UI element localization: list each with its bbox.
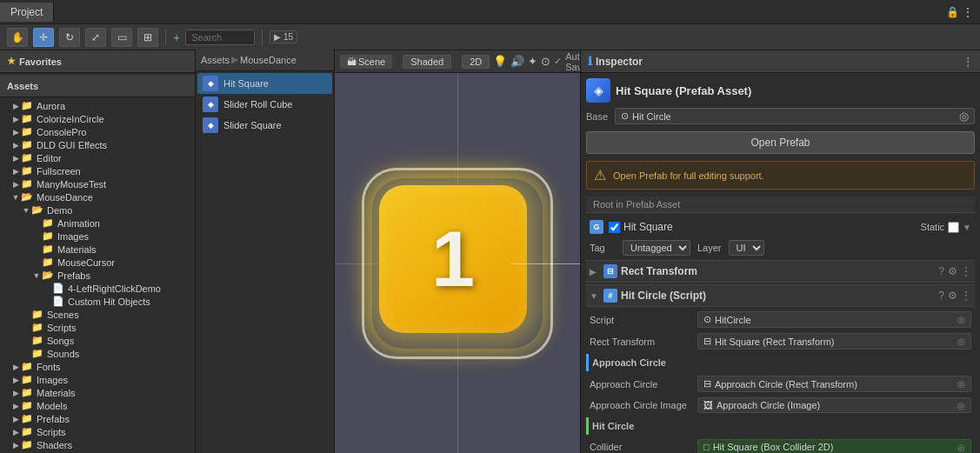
more-icon[interactable]: ⋮ [961, 290, 971, 302]
sidebar-item-editor[interactable]: ▶ 📁 Editor [0, 151, 195, 164]
tag-select[interactable]: Untagged [623, 240, 690, 256]
sidebar-item-prefabs2[interactable]: ▶ 📁 Prefabs [0, 412, 195, 425]
settings-icon[interactable]: ⚙ [948, 265, 957, 277]
folder-icon: 📂 [21, 191, 35, 203]
sidebar-item-consolepro[interactable]: ▶ 📁 ConsolePro [0, 125, 195, 138]
file-item-sliderroll[interactable]: ◆ Slider Roll Cube [197, 94, 332, 115]
sidebar-item-label: DLD GUI Effects [37, 140, 107, 150]
hand-tool[interactable]: ✋ [7, 28, 28, 47]
sidebar-item-images2[interactable]: ▶ 📁 Images [0, 373, 195, 386]
rect-select-btn[interactable]: ◎ [957, 336, 965, 346]
inspector-body: ◈ Hit Square (Prefab Asset) Base ⊙ Hit C… [581, 73, 980, 453]
sidebar-item-images[interactable]: 📁 Images [0, 230, 195, 243]
sidebar-item-scripts2[interactable]: ▶ 📁 Scripts [0, 425, 195, 438]
project-tab[interactable]: Project [0, 3, 54, 22]
sidebar-item-label: Images [57, 231, 89, 242]
rect-transform-header: ▶ ⊟ Rect Transform ? ⚙ ⋮ [586, 260, 975, 283]
sidebar-item-animation[interactable]: 📁 Animation [0, 217, 195, 230]
sidebar-item-materials2[interactable]: ▶ 📁 Materials [0, 386, 195, 399]
expand-arrow[interactable]: ▼ [590, 291, 600, 301]
breadcrumb-mousedance[interactable]: MouseDance [240, 55, 297, 65]
settings-icon[interactable]: ⚙ [948, 290, 957, 302]
sidebar-item-scripts[interactable]: 📁 Scripts [0, 321, 195, 334]
sidebar-item-dld[interactable]: ▶ 📁 DLD GUI Effects [0, 138, 195, 151]
arrow-icon: ▶ [10, 128, 21, 137]
script-icon: # [603, 289, 617, 303]
hit-square-row: G Hit Square Static ▼ [586, 217, 975, 237]
arrow-icon: ▶ [10, 441, 21, 450]
script-select-btn[interactable]: ◎ [957, 315, 965, 324]
sidebar-item-demo[interactable]: ▼ 📂 Demo [0, 203, 195, 217]
sidebar-item-prefabs[interactable]: ▼ 📂 Prefabs [0, 269, 195, 282]
audio-icon[interactable]: 🔊 [510, 55, 524, 68]
sidebar-item-customhit[interactable]: 📄 Custom Hit Objects [0, 295, 195, 308]
sidebar-item-colorize[interactable]: ▶ 📁 ColorizeInCircle [0, 112, 195, 125]
sidebar-item-models[interactable]: ▶ 📁 Models [0, 399, 195, 412]
folder-icon: 📁 [21, 387, 35, 398]
light-icon[interactable]: 💡 [493, 55, 507, 68]
folder-icon: 📁 [42, 230, 56, 242]
file-item-slidersquare[interactable]: ◆ Slider Square [197, 115, 332, 136]
lock-icon[interactable]: 🔒 [946, 6, 959, 18]
sidebar-item-manymousetest[interactable]: ▶ 📁 ManyMouseTest [0, 177, 195, 190]
transform-tool[interactable]: ⊞ [137, 28, 158, 47]
fx-icon[interactable]: ✦ [528, 55, 537, 68]
sidebar-item-mousedance[interactable]: ▼ 📂 MouseDance [0, 190, 195, 203]
more-icon[interactable]: ⋮ [963, 56, 973, 68]
breadcrumb-assets[interactable]: Assets [201, 55, 230, 65]
sidebar-item-leftrightclick[interactable]: 📄 4-LeftRightClickDemo [0, 282, 195, 295]
hit-square[interactable]: 1 [379, 185, 527, 333]
count-badge: ▶ 15 [270, 30, 297, 43]
sidebar-item-materials[interactable]: 📁 Materials [0, 243, 195, 256]
scene-tab[interactable]: 🏔 Scene [340, 55, 392, 69]
connection-line [510, 263, 580, 264]
approach-img-select-btn[interactable]: ◎ [957, 401, 965, 410]
sidebar-item-fullscreen[interactable]: ▶ 📁 Fullscreen [0, 164, 195, 177]
search-input[interactable] [185, 30, 255, 45]
more-icon[interactable]: ⋮ [963, 6, 973, 18]
shaded-btn[interactable]: Shaded [403, 55, 451, 69]
scene-area: 🏔 Scene Shaded 2D 💡 🔊 ✦ ⊙ ✓ Auto Save Hi… [335, 50, 580, 453]
static-label: Static [921, 222, 945, 232]
sidebar-item-scenes[interactable]: 📁 Scenes [0, 308, 195, 321]
sidebar-item-mousecursor[interactable]: 📁 MouseCursor [0, 256, 195, 269]
layer-select[interactable]: UI [729, 240, 764, 256]
sidebar-item-fonts[interactable]: ▶ 📁 Fonts [0, 360, 195, 373]
sidebar-item-songs[interactable]: 📁 Songs [0, 334, 195, 347]
2d-btn[interactable]: 2D [462, 55, 490, 69]
prefab-icon: ◆ [203, 76, 218, 91]
static-dropdown-icon[interactable]: ▼ [963, 223, 971, 232]
move-tool[interactable]: ✛ [33, 28, 54, 47]
help-icon[interactable]: ? [938, 290, 944, 302]
sidebar-item-aurora[interactable]: ▶ 📁 Aurora [0, 99, 195, 112]
sidebar-item-sounds[interactable]: 📁 Sounds [0, 347, 195, 360]
approach-circle-value: ⊟ Approach Circle (Rect Transform) ◎ [697, 376, 971, 392]
hit-circle-badge: ⊙ Hit Circle ◎ [615, 108, 975, 124]
add-icon[interactable]: + [173, 30, 180, 44]
toolbar-separator-2 [262, 30, 263, 45]
sidebar-item-label: Custom Hit Objects [68, 296, 150, 307]
more-icon[interactable]: ⋮ [961, 265, 971, 277]
rect-tool[interactable]: ▭ [111, 28, 132, 47]
camera-icon[interactable]: ⊙ [541, 55, 550, 68]
sidebar-item-label: Editor [37, 153, 62, 163]
root-section-label: Root in Prefab Asset [586, 197, 975, 213]
folder-icon: 📁 [31, 348, 45, 359]
active-checkbox[interactable] [609, 222, 620, 233]
open-prefab-button[interactable]: Open Prefab [586, 131, 975, 154]
static-checkbox[interactable] [948, 222, 959, 233]
sidebar-item-label: 4-LeftRightClickDemo [68, 283, 161, 294]
sidebar-item-shaders[interactable]: ▶ 📁 Shaders [0, 438, 195, 451]
collider-select-btn[interactable]: ◎ [957, 443, 965, 452]
select-button[interactable]: ◎ [959, 110, 969, 123]
assets-header: Assets [0, 75, 195, 97]
rotate-tool[interactable]: ↻ [59, 28, 80, 47]
file-item-hitsquare[interactable]: ◆ Hit Square [197, 73, 332, 94]
scale-tool[interactable]: ⤢ [85, 28, 106, 47]
hit-circle-script-header: ▼ # Hit Circle (Script) ? ⚙ ⋮ [586, 284, 975, 307]
expand-arrow[interactable]: ▶ [590, 267, 600, 276]
sidebar-item-label: Shaders [37, 440, 72, 450]
help-icon[interactable]: ? [938, 265, 944, 277]
sidebar-item-label: ColorizeInCircle [37, 114, 104, 124]
approach-select-btn[interactable]: ◎ [957, 379, 965, 389]
